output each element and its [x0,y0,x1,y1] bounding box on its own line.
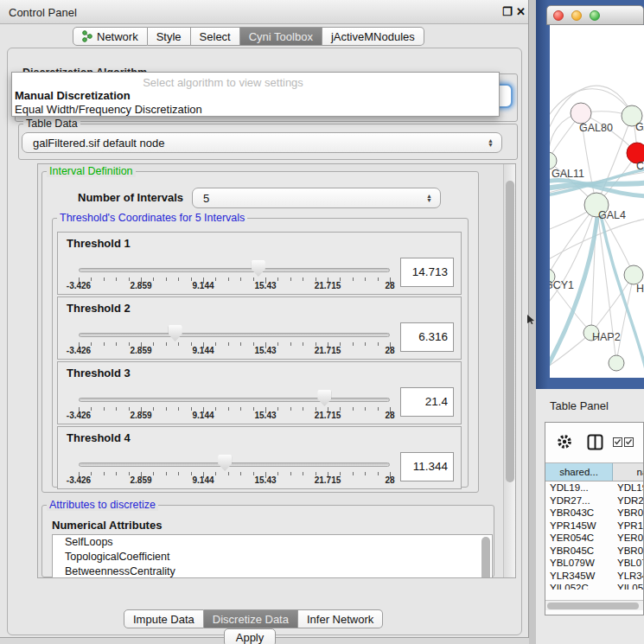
slider-tick [365,342,366,346]
tab-network[interactable]: Network [73,27,148,46]
attribute-list-item[interactable]: TopologicalCoefficient [53,550,492,564]
cell-shared-name: YPR145W [545,520,613,533]
slider-track[interactable] [79,462,390,467]
slider-tick [378,407,379,411]
tab-discretize-data-label: Discretize Data [213,613,289,626]
table-row[interactable]: YIL052CYIL052C [545,583,644,590]
tab-select[interactable]: Select [191,27,240,46]
slider-track[interactable] [79,333,390,337]
gear-icon[interactable] [557,434,572,450]
slider-thumb[interactable] [169,325,182,341]
tab-jactivemnodules[interactable]: jActiveMNodules [322,27,424,46]
network-graph[interactable]: GAL80GACGAL11GAL4GCY1HHAP2 [550,25,644,378]
table-row[interactable]: YER054CYER054C [545,532,644,545]
network-window-titlebar[interactable] [546,5,644,25]
table-row[interactable]: YDR27...YDR277C [545,495,644,508]
tab-style-label: Style [156,30,182,43]
attribute-list-scrollbar[interactable] [481,537,490,578]
slider-thumb[interactable] [252,260,265,277]
slider-tick-label: 2.859 [130,475,151,485]
slider-tick [166,472,167,475]
slider-tick [240,472,241,475]
slider-tick [91,277,92,281]
float-window-icon[interactable]: ❐ [502,5,513,18]
tab-style[interactable]: Style [148,27,191,46]
threshold-slider-row: Threshold 1-3.4262.8599.14415.4321.71528… [57,232,462,295]
column-header-name[interactable]: name [613,463,644,481]
table-row[interactable]: YBL079WYBL079W [545,558,644,571]
close-traffic-light-icon[interactable] [553,10,564,21]
threshold-label: Threshold 3 [67,367,131,379]
table-data-combobox[interactable]: galFiltered.sif default node ▲▼ [22,132,502,153]
slider-tick [290,407,291,411]
threshold-value-field[interactable]: 11.344 [400,452,454,481]
slider-thumb[interactable] [317,390,331,406]
slider-tick [178,277,179,281]
slider-track[interactable] [79,398,390,402]
attribute-list-item[interactable]: SelfLoops [53,535,492,550]
combo-stepper-icon: ▲▼ [488,138,494,147]
network-view-window: GAL80GACGAL11GAL4GCY1HHAP2 [536,0,644,389]
slider-tick [303,342,303,346]
slider-tick-label: 9.144 [192,346,214,355]
select-columns-icon[interactable] [613,437,634,447]
column-header-shared-name[interactable]: shared... [545,463,613,481]
threshold-label: Threshold 2 [67,302,131,315]
slider-tick [365,277,366,281]
slider-tick [365,472,366,475]
threshold-value-field[interactable]: 21.4 [400,387,454,417]
slider-thumb[interactable] [218,455,232,471]
network-node-label: GAL4 [598,209,626,221]
slider-tick-label: 28 [385,411,394,420]
table-data-value: galFiltered.sif default node [22,137,164,150]
table-row[interactable]: YDL19...YDL194W [545,482,644,495]
table-row[interactable]: YBR043CYBR043C [545,507,644,520]
slider-track[interactable] [79,268,390,272]
cell-shared-name: YIL052C [545,583,613,590]
settings-scrollbar-track[interactable] [503,164,515,578]
cell-name: YPR145W [613,520,644,533]
number-of-intervals-combobox[interactable]: 5 ▲▼ [192,188,441,208]
slider-tick [303,472,303,475]
slider-tick [277,277,278,281]
network-node-bottom-node[interactable] [609,355,624,371]
slider-tick [178,342,179,346]
slider-tick-label: 9.144 [192,281,214,290]
table-row[interactable]: YPR145WYPR145W [545,520,644,533]
network-node-GAL80[interactable] [571,103,591,124]
threshold-value-field[interactable]: 6.316 [400,322,454,352]
interval-definition-title: Interval Definition [47,165,136,177]
table-row[interactable]: YLR345WYLR345W [545,571,644,583]
table-hscrollbar[interactable] [545,600,643,610]
numerical-attributes-list[interactable]: SelfLoopsTopologicalCoefficientBetweenne… [52,534,493,578]
tab-discretize-data[interactable]: Discretize Data [204,609,298,628]
column-layout-icon[interactable] [587,434,603,450]
tab-select-label: Select [200,30,231,43]
close-icon[interactable]: ✕ [516,5,526,18]
menu-item-manual-discretization[interactable]: Manual Discretization [15,89,131,102]
threshold-value-field[interactable]: 14.713 [400,258,454,287]
tab-impute-data[interactable]: Impute Data [124,609,204,628]
tab-cyni-toolbox[interactable]: Cyni Toolbox [240,27,322,46]
slider-tick [91,472,92,475]
cell-shared-name: YBL079W [545,558,613,571]
tab-infer-network[interactable]: Infer Network [298,609,383,628]
zoom-traffic-light-icon[interactable] [590,10,600,21]
threshold-slider-row: Threshold 3-3.4262.8599.14415.4321.71528… [57,361,462,424]
menu-item-equal-width-frequency[interactable]: Equal Width/Frequency Discretization [15,103,202,116]
slider-tick [153,277,154,281]
table-hscrollbar-thumb[interactable] [547,603,639,609]
slider-tick [129,342,130,346]
minimize-traffic-light-icon[interactable] [571,10,582,21]
table-row[interactable]: YBR045CYBR045C [545,545,644,558]
apply-button[interactable]: Apply [224,628,276,644]
top-tab-bar: Network Style Select Cyni Toolbox jActiv… [73,27,424,46]
network-canvas[interactable]: GAL80GACGAL11GAL4GCY1HHAP2 [550,25,644,378]
settings-scrollbar-thumb[interactable] [506,181,514,482]
slider-tick-label: 2.859 [130,281,151,290]
slider-tick-label: 28 [385,281,394,290]
slider-tick-label: -3.426 [67,346,91,355]
network-node-H-right[interactable] [624,265,643,284]
control-panel-titlebar: Control Panel ❐ ✕ [0,0,528,24]
attribute-list-item[interactable]: BetweennessCentrality [53,564,492,578]
